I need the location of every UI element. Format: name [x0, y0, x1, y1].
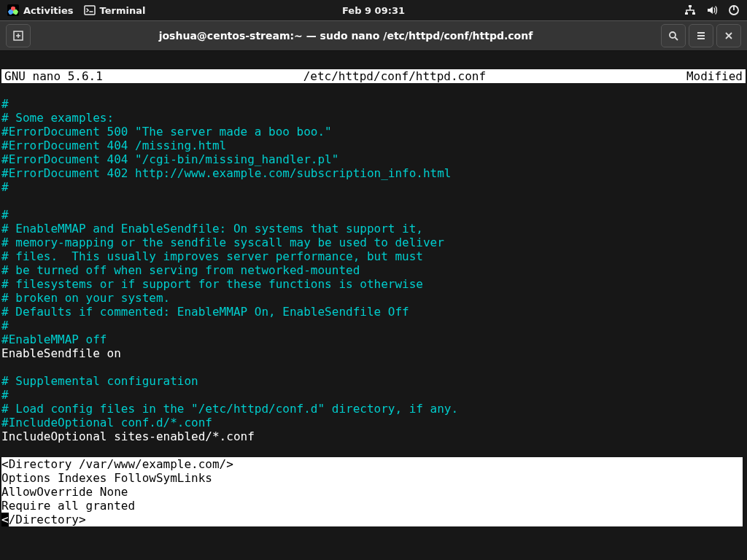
editor-line: #ErrorDocument 402 http://www.example.co… — [1, 166, 452, 180]
nano-status: Modified — [686, 69, 743, 83]
editor-line: # — [1, 319, 9, 332]
gnome-topbar: Activities Terminal Feb 9 09:31 — [0, 0, 747, 20]
editor-line: #ErrorDocument 500 "The server made a bo… — [1, 125, 332, 139]
editor-line: # — [1, 208, 9, 222]
editor-selection-line: </Directory> — [1, 513, 743, 526]
nano-filepath: /etc/httpd/conf/httpd.conf — [303, 69, 486, 83]
terminal-icon — [84, 4, 96, 16]
editor-line: # Some examples: — [1, 111, 114, 125]
activities-label: Activities — [23, 5, 74, 16]
editor-line: EnableSendfile on — [1, 346, 121, 360]
editor-line: # — [1, 388, 9, 402]
editor-selection-line: <Directory /var/www/example.com/> — [1, 457, 743, 471]
editor-line: #IncludeOptional conf.d/*.conf — [1, 416, 212, 429]
search-icon — [667, 30, 679, 42]
editor-line: # memory-mapping or the sendfile syscall… — [1, 236, 444, 249]
editor-selection-line: Options Indexes FollowSymLinks — [1, 471, 743, 485]
close-icon — [723, 30, 735, 42]
volume-icon[interactable] — [706, 4, 718, 16]
new-tab-button[interactable] — [6, 24, 31, 47]
editor-line: # Load config files in the "/etc/httpd/c… — [1, 402, 458, 416]
svg-rect-0 — [85, 6, 95, 15]
nano-header: GNU nano 5.6.1/etc/httpd/conf/httpd.conf… — [1, 69, 746, 83]
svg-point-7 — [670, 32, 676, 38]
editor-line: #ErrorDocument 404 /missing.html — [1, 139, 226, 152]
editor-text: /Directory> — [9, 513, 86, 526]
close-button[interactable] — [716, 24, 741, 47]
editor-line: # files. This usually improves server pe… — [1, 249, 423, 263]
editor-line: # EnableMMAP and EnableSendfile: On syst… — [1, 222, 423, 236]
network-wired-icon[interactable] — [684, 4, 696, 16]
editor-line: # broken on your system. — [1, 291, 170, 305]
terminal-viewport[interactable]: GNU nano 5.6.1/etc/httpd/conf/httpd.conf… — [0, 51, 747, 560]
nano-version: GNU nano 5.6.1 — [4, 69, 103, 83]
editor-line: # Defaults if commented: EnableMMAP On, … — [1, 305, 409, 319]
editor-line: # Supplemental configuration — [1, 374, 198, 388]
terminal-text[interactable]: GNU nano 5.6.1/etc/httpd/conf/httpd.conf… — [0, 55, 747, 560]
app-menu-terminal[interactable]: Terminal — [84, 4, 146, 16]
svg-rect-1 — [689, 5, 692, 7]
editor-selection-line: Require all granted — [1, 499, 743, 513]
editor-line: #EnableMMAP off — [1, 332, 107, 346]
activities-button[interactable]: Activities — [7, 4, 74, 16]
hamburger-icon — [695, 30, 707, 42]
editor-line: # filesystems or if support for these fu… — [1, 277, 423, 291]
editor-line: IncludeOptional sites-enabled/*.conf — [1, 429, 255, 443]
app-menu-label: Terminal — [100, 5, 146, 16]
window-title: joshua@centos-stream:~ — sudo nano /etc/… — [31, 30, 661, 42]
editor-line: # — [1, 180, 9, 194]
search-button[interactable] — [661, 24, 686, 47]
clock[interactable]: Feb 9 09:31 — [342, 5, 405, 16]
editor-line: # — [1, 97, 9, 111]
svg-rect-2 — [685, 12, 688, 15]
nano-shortcuts: ^GHelp^OWrite Out^WWhere Is^KCut^TExecut… — [1, 554, 746, 560]
svg-rect-3 — [692, 12, 695, 15]
menu-button[interactable] — [689, 24, 713, 47]
window-titlebar: joshua@centos-stream:~ — sudo nano /etc/… — [0, 20, 747, 51]
editor-line: #ErrorDocument 404 "/cgi-bin/missing_han… — [1, 152, 338, 166]
editor-line: # be turned off when serving from networ… — [1, 263, 360, 277]
new-tab-icon — [12, 30, 24, 42]
power-icon[interactable] — [728, 4, 740, 16]
svg-line-8 — [675, 37, 678, 40]
cursor: < — [1, 513, 9, 526]
gnome-activities-icon — [7, 4, 19, 16]
editor-selection-line: AllowOverride None — [1, 485, 743, 499]
